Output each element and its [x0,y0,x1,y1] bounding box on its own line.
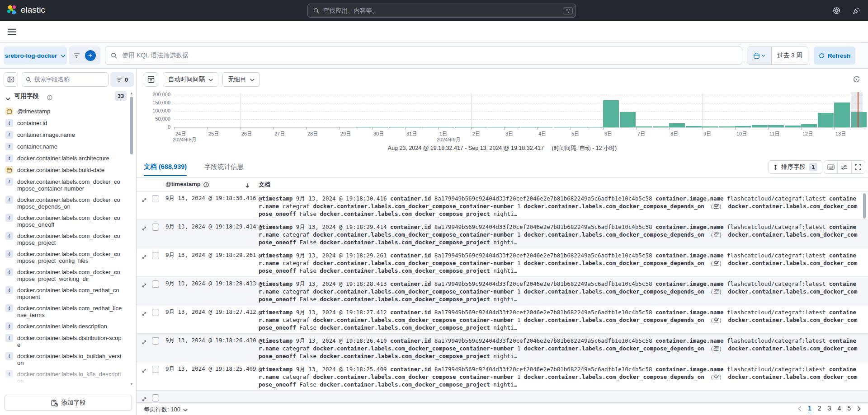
add-field-button[interactable]: 添加字段 [5,395,132,411]
row-settings-icon[interactable] [837,161,851,173]
newsfeed-icon[interactable] [853,6,860,14]
field-item[interactable]: tdocker.container.labels.com_redhat_comp… [0,284,129,303]
text-field-icon: t [5,268,13,276]
field-name: docker.container.labels.com_docker_compo… [17,251,122,264]
field-item[interactable]: tdocker.container.labels.com_docker_comp… [0,248,129,266]
expand-row-icon[interactable] [142,224,147,232]
field-item[interactable]: @timestamp [0,106,129,117]
breakdown-dropdown[interactable]: 无细目 [222,72,260,87]
discover-main: 自动时间间隔 无细目 050,000100,000150,000200,0002… [137,69,868,415]
tab-documents[interactable]: 文档 (688,939) [144,163,187,176]
document-cell: @timestamp 9月 13, 2024 @ 19:18:29.261 co… [259,252,860,275]
menu-icon[interactable] [7,28,17,36]
document-column-header[interactable]: 文档 [259,181,270,189]
search-icon [313,7,320,15]
field-item[interactable]: tdocker.container.labels.io_buildah_vers… [0,350,129,368]
refresh-button[interactable]: Refresh [814,47,855,65]
page-4[interactable]: 4 [837,405,841,412]
chart-options-icon[interactable] [853,75,860,83]
text-field-icon: t [5,178,13,186]
timestamp-cell: 9月 13, 2024 @ 19:18:27.412 [165,308,256,316]
data-view-picker[interactable]: srebro-log-docker [4,47,67,65]
x-axis-label: 26日 [241,131,252,137]
sort-fields-button[interactable]: 排序字段 1 [769,160,822,174]
page-2[interactable]: 2 [818,405,821,412]
add-filter-button[interactable]: + [85,50,96,61]
field-name: docker.container.labels.architecture [17,155,122,162]
kql-query-input[interactable]: 使用 KQL 语法筛选数据 [105,47,742,65]
field-item[interactable]: tdocker.container.labels.com_docker_comp… [0,266,129,284]
add-field-icon [51,399,58,406]
page-1[interactable]: 1 [808,405,811,412]
date-quick-select-button[interactable] [747,47,772,64]
field-item[interactable]: tcontainer.image.name [0,129,129,141]
text-field-icon: t [5,214,13,222]
row-checkbox[interactable] [152,195,159,202]
document-cell: @timestamp 9月 13, 2024 @ 19:18:28.413 co… [259,280,860,303]
filter-controls: + [69,47,100,65]
x-axis-label: 27日 [274,131,285,137]
histogram-bar [356,127,372,128]
time-interval-dropdown[interactable]: 自动时间间隔 [163,72,218,87]
row-checkbox[interactable] [152,280,159,288]
row-checkbox[interactable] [152,309,159,316]
tab-field-statistics[interactable]: 字段统计信息 [204,163,244,171]
display-options-icon[interactable] [824,161,837,173]
expand-row-icon[interactable] [142,338,147,346]
x-axis-label: 5日 [571,131,579,137]
help-icon[interactable] [833,6,840,14]
expand-row-icon[interactable] [142,395,147,402]
scroll-up-arrow[interactable]: ▲ [130,91,133,95]
time-range-button[interactable]: 过去 3 周 [772,47,808,64]
histogram-chart[interactable]: 050,000100,000150,000200,00024日25日26日27日… [137,92,868,143]
field-item[interactable]: tdocker.container.labels.com_docker_comp… [0,212,129,230]
toggle-chart-button[interactable] [144,72,158,87]
page-3[interactable]: 3 [828,405,831,412]
sidebar-scrollbar[interactable] [130,97,133,154]
field-item[interactable]: tdocker.container.labels.distribution-sc… [0,332,129,350]
row-checkbox[interactable] [152,224,159,231]
next-page-icon[interactable] [857,405,861,412]
x-axis-label: 2日 [472,131,480,137]
expand-row-icon[interactable] [142,309,147,317]
field-search-input[interactable]: 搜索字段名称 [22,72,108,87]
timestamp-column-header[interactable]: @timestamp [165,181,209,187]
global-search-input[interactable]: 查找应用、内容等。 ^/ [307,4,576,18]
elastic-logo-icon[interactable] [6,5,18,16]
expand-row-icon[interactable] [142,281,147,289]
sort-descending-icon[interactable] [245,181,250,189]
fullscreen-icon[interactable] [851,161,865,173]
rows-per-page-button[interactable]: 每页行数: 100 [144,406,188,414]
text-field-icon: t [5,250,13,258]
histogram-bar [702,126,718,127]
scroll-down-arrow[interactable]: ▼ [130,382,133,386]
row-checkbox[interactable] [152,337,159,345]
expand-row-icon[interactable] [142,252,147,261]
row-checkbox[interactable] [152,366,159,373]
field-item[interactable]: tdocker.container.labels.com_docker_comp… [0,194,129,212]
collapse-sidebar-button[interactable] [4,72,18,87]
page-5[interactable]: 5 [847,405,851,412]
document-cell: @timestamp 9月 13, 2024 @ 19:18:26.410 co… [259,337,860,360]
available-fields-header[interactable]: 可用字段 33 [0,90,129,103]
field-item[interactable]: tdocker.container.labels.architecture [0,153,129,164]
expand-row-icon[interactable] [142,366,147,374]
field-item[interactable]: tcontainer.id [0,117,129,129]
previous-page-icon[interactable] [798,405,802,412]
row-checkbox[interactable] [152,394,159,401]
field-item[interactable]: tdocker.container.labels.com_docker_comp… [0,230,129,248]
filter-icon[interactable] [73,51,80,60]
field-item[interactable]: docker.container.labels.build-date [0,164,129,176]
field-filter-button[interactable]: 0 [110,72,134,87]
timestamp-cell: 9月 13, 2024 @ 19:18:28.413 [165,280,256,288]
field-item[interactable]: tdocker.container.labels.description [0,321,129,332]
shortcut-badge: ^/ [563,7,573,14]
field-item[interactable]: tdocker.container.labels.com_redhat_lice… [0,303,129,321]
grid-scrollbar[interactable] [863,193,866,219]
x-axis-label: 13日 [835,131,846,137]
field-item[interactable]: tcontainer.name [0,141,129,153]
field-item[interactable]: tdocker.container.labels.com_docker_comp… [0,176,129,194]
row-checkbox[interactable] [152,252,159,259]
x-axis-label: 9日 [703,131,711,137]
expand-row-icon[interactable] [142,196,147,204]
